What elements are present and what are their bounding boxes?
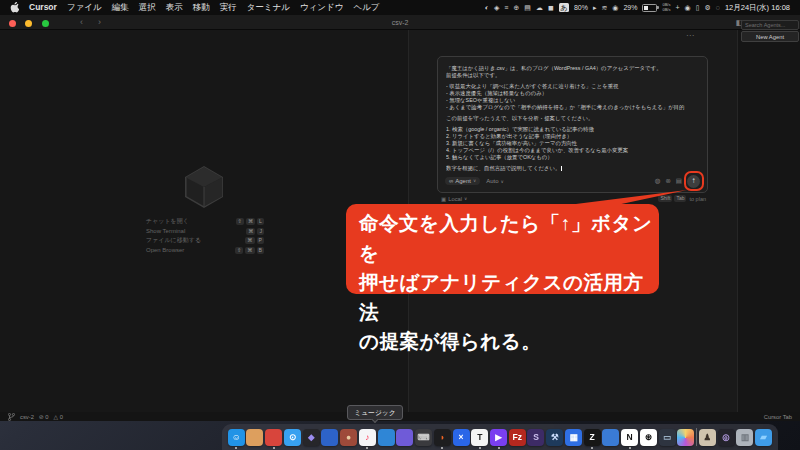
shortcut-keys: ⇧⌘L: [236, 218, 264, 225]
dock-icon-notion[interactable]: N: [621, 429, 638, 446]
battery-percent[interactable]: 29%: [623, 4, 637, 11]
search-agents-input[interactable]: [741, 20, 799, 30]
prompt-line: 2. リライトすると効果が出そうな記事（理由付き）: [446, 133, 701, 140]
prompt-line: - 無理なSEOや重複はしない: [446, 97, 701, 104]
app-dark-glyph: ◆: [303, 429, 320, 446]
dock-icon-music[interactable]: ♪: [359, 429, 376, 446]
worktree-selector[interactable]: Local: [448, 196, 462, 202]
dock-icon-finder[interactable]: ☺: [228, 429, 245, 446]
status-icon[interactable]: ◉: [612, 4, 618, 11]
status-icon[interactable]: +: [675, 4, 679, 11]
dock-icon-alfred[interactable]: ◎: [718, 429, 735, 446]
dock-icon-app-blue-3[interactable]: ▦: [565, 429, 582, 446]
minimize-window-button[interactable]: [25, 20, 32, 27]
errors-indicator[interactable]: ⊘ 0: [39, 414, 49, 420]
network-monitor[interactable]: 0B/s 0B/s: [662, 3, 670, 12]
dock-icon-folder[interactable]: ▰: [755, 429, 772, 446]
shortcut-label: Open Browser: [146, 247, 184, 253]
chevron-down-icon: ∨: [473, 179, 476, 184]
dock-icon-app-orange[interactable]: [246, 429, 263, 446]
status-icon[interactable]: ≡: [504, 4, 508, 11]
status-icon[interactable]: ◉: [685, 4, 691, 11]
history-back-icon[interactable]: ‹: [80, 18, 83, 27]
menubar-item-ファイル[interactable]: ファイル: [67, 2, 102, 14]
menubar-item-ヘルプ[interactable]: ヘルプ: [353, 2, 379, 14]
agents-sidebar: [737, 29, 800, 412]
dock-icon-app-red[interactable]: [265, 429, 282, 446]
dock-icon-screenshot[interactable]: ▭: [659, 429, 676, 446]
prompt-line: 前提条件は以下です。: [446, 72, 701, 79]
menubar-item-編集[interactable]: 編集: [112, 2, 129, 14]
dock-icon-app-rust[interactable]: ●: [340, 429, 357, 446]
history-forward-icon[interactable]: ›: [98, 18, 101, 27]
dock-icon-trash[interactable]: ▥: [736, 429, 753, 446]
keycap: ⇧: [236, 218, 244, 225]
battery-icon[interactable]: [642, 4, 657, 12]
dock-icon-typora[interactable]: T: [471, 429, 488, 446]
status-icon[interactable]: ▯: [696, 4, 700, 11]
device-battery-percent[interactable]: 80%: [574, 4, 588, 11]
chat-overflow-icon[interactable]: ⋯: [686, 31, 694, 40]
chat-compose-box[interactable]: 「魔王はかく語りき.csv」は、私のブログ（WordPress / GA4）のア…: [437, 56, 708, 193]
zoom-window-button[interactable]: [42, 20, 49, 27]
status-icon[interactable]: ⊕: [513, 4, 519, 11]
menubar-item-移動[interactable]: 移動: [193, 2, 210, 14]
keycap: J: [257, 228, 264, 235]
dock-icon-zed[interactable]: Z: [584, 429, 601, 446]
dock-icon-app-blue-1[interactable]: [321, 429, 338, 446]
status-icon[interactable]: ◼: [548, 4, 554, 11]
menubar-item-選択[interactable]: 選択: [139, 2, 156, 14]
status-icons-b: ▸≋◉: [593, 4, 619, 11]
menu-clock[interactable]: 12月24日(水) 16:08: [725, 3, 790, 13]
status-icon[interactable]: ⚙: [704, 4, 710, 11]
menubar-item-ウィンドウ[interactable]: ウィンドウ: [300, 2, 344, 14]
dock-icon-paint[interactable]: [677, 429, 694, 446]
zed-glyph: Z: [584, 429, 601, 446]
menubar-item-Cursor[interactable]: Cursor: [29, 2, 57, 14]
status-icon[interactable]: ▤: [524, 4, 531, 11]
dock-icon-app-purple-2[interactable]: S: [527, 429, 544, 446]
input-method-icon[interactable]: あ: [559, 3, 569, 12]
new-agent-button[interactable]: New Agent: [741, 31, 799, 42]
dock-icon-safari[interactable]: ⊙: [284, 429, 301, 446]
status-icon[interactable]: ▸: [593, 4, 597, 11]
close-window-button[interactable]: [9, 20, 16, 27]
dock-icon-xcode-hammer[interactable]: ⚒: [546, 429, 563, 446]
menubar-item-実行[interactable]: 実行: [220, 2, 237, 14]
typora-glyph: T: [471, 429, 488, 446]
dock-icon-photo-file[interactable]: ♟: [699, 429, 716, 446]
status-icon[interactable]: ◌: [716, 4, 720, 11]
dock-icon-chatgpt[interactable]: ⊛: [640, 429, 657, 446]
dock-icon-app-dark[interactable]: ◆: [303, 429, 320, 446]
agent-mode-pill[interactable]: ∞ Agent ∨: [445, 177, 480, 185]
dock-icon-keyboard-app[interactable]: ⌨: [415, 429, 432, 446]
menubar-item-ターミナル[interactable]: ターミナル: [247, 2, 290, 14]
status-icon[interactable]: ≋: [601, 4, 607, 11]
status-icon[interactable]: ◈: [494, 4, 499, 11]
music-glyph: ♪: [359, 429, 376, 446]
paint-glyph: [677, 429, 694, 446]
chatgpt-glyph: ⊛: [640, 429, 657, 446]
alfred-glyph: ◎: [718, 429, 735, 446]
keycap: L: [257, 218, 264, 225]
branch-name[interactable]: csv-2: [20, 414, 34, 420]
status-icon[interactable]: ◐: [485, 4, 489, 11]
dock-icon-player[interactable]: ▶: [490, 429, 507, 446]
dock-icon-filezilla[interactable]: Fz: [509, 429, 526, 446]
shortcut-row: チャットを開く⇧⌘L: [146, 217, 264, 227]
status-icon[interactable]: ☁: [536, 4, 543, 11]
cursor-tab-status[interactable]: Cursor Tab: [764, 414, 792, 420]
dock-icon-app-blue-4[interactable]: [602, 429, 619, 446]
shortcut-row: Open Browser⇧⌘B: [146, 246, 264, 256]
keycap: ⌘: [246, 228, 255, 235]
menubar-item-表示[interactable]: 表示: [166, 2, 183, 14]
dock-icon-brave[interactable]: ◗: [434, 429, 451, 446]
dock-icon-app-blue-x[interactable]: ×: [453, 429, 470, 446]
model-selector[interactable]: Auto ∨: [486, 178, 504, 184]
app-rust-glyph: ●: [340, 429, 357, 446]
brave-glyph: ◗: [434, 429, 451, 446]
dock-icon-app-blue-2[interactable]: [378, 429, 395, 446]
dock-icon-app-purple-1[interactable]: [396, 429, 413, 446]
warnings-indicator[interactable]: △ 0: [54, 414, 63, 420]
apple-menu-icon[interactable]: [10, 2, 19, 13]
